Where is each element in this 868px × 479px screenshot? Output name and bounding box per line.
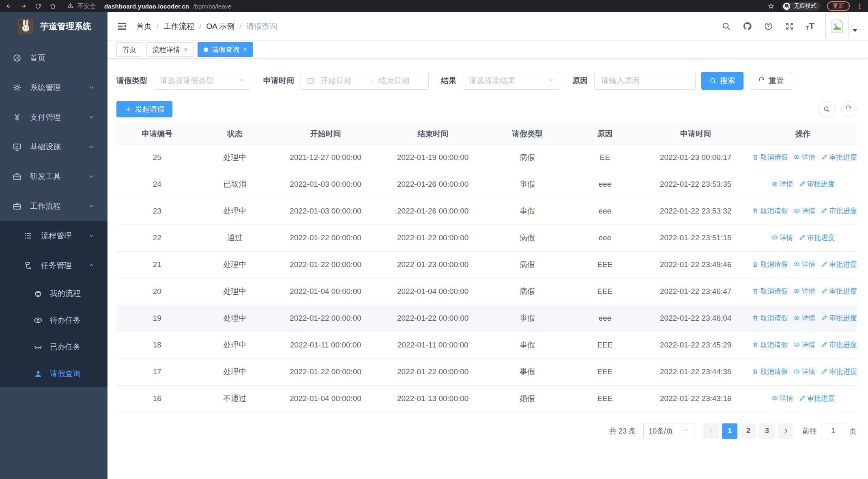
kebab-menu-icon[interactable]: ⋮ xyxy=(856,3,863,10)
apply-time-range-picker[interactable]: 开始日期 - 结束日期 xyxy=(301,72,429,90)
page-size-select[interactable]: 10条/页 xyxy=(643,423,694,439)
tab-home[interactable]: 首页 xyxy=(116,42,142,57)
sidebar-item-done-tasks[interactable]: 已办任务 xyxy=(0,334,107,360)
user-avatar[interactable] xyxy=(825,15,857,38)
action-progress-link[interactable]: 审批进度 xyxy=(821,367,857,376)
sidebar-item-todo-tasks[interactable]: 待办任务 xyxy=(0,307,107,334)
action-detail-link[interactable]: 详情 xyxy=(793,367,815,376)
pagination: 共 23 条 10条/页 123 前往 页 xyxy=(116,423,857,439)
trash-icon xyxy=(752,315,758,321)
back-icon[interactable] xyxy=(5,2,13,10)
actions-cell: 取消请假详情审批进度 xyxy=(749,305,857,332)
action-cancel-link-label: 取消请假 xyxy=(760,206,788,216)
help-icon[interactable] xyxy=(763,21,773,31)
pager: 123 xyxy=(703,423,793,439)
leave-type-cell: 病假 xyxy=(487,251,568,278)
tab-process-detail[interactable]: 流程详情× xyxy=(146,42,193,57)
browser-update-button[interactable]: 更新 xyxy=(827,1,850,11)
action-cancel-link[interactable]: 取消请假 xyxy=(752,206,788,216)
action-detail-link-label: 详情 xyxy=(801,340,815,350)
page-button-1[interactable]: 1 xyxy=(722,423,737,439)
reason-input[interactable] xyxy=(594,72,696,90)
action-detail-link[interactable]: 详情 xyxy=(771,394,793,403)
page-button-3[interactable]: 3 xyxy=(759,423,775,439)
action-progress-link[interactable]: 审批进度 xyxy=(821,340,857,350)
breadcrumb-item[interactable]: OA 示例 xyxy=(206,21,235,32)
github-icon[interactable] xyxy=(742,21,752,31)
search-button[interactable]: 搜索 xyxy=(701,72,743,90)
action-progress-link[interactable]: 审批进度 xyxy=(821,287,857,296)
sidebar-collapse-icon[interactable] xyxy=(116,21,127,32)
action-progress-link[interactable]: 审批进度 xyxy=(821,260,857,269)
action-cancel-link[interactable]: 取消请假 xyxy=(752,260,788,269)
action-detail-link[interactable]: 详情 xyxy=(793,287,815,296)
reset-button[interactable]: 重置 xyxy=(750,72,792,90)
start-time-cell: 2021-12-27 00:00:00 xyxy=(272,144,379,171)
sidebar-item-my-process[interactable]: 我的流程 xyxy=(0,280,107,307)
action-cancel-link[interactable]: 取消请假 xyxy=(752,287,788,296)
action-detail-link[interactable]: 详情 xyxy=(793,153,815,162)
action-cancel-link[interactable]: 取消请假 xyxy=(752,153,788,162)
breadcrumb-item[interactable]: 首页 xyxy=(136,21,152,32)
end-time-cell: 2022-01-22 00:00:00 xyxy=(379,305,487,332)
action-cancel-link[interactable]: 取消请假 xyxy=(752,340,788,350)
font-size-icon[interactable]: TT xyxy=(806,22,814,31)
sidebar-item-process-mgmt[interactable]: 流程管理 xyxy=(0,221,107,250)
action-detail-link[interactable]: 详情 xyxy=(793,260,815,269)
breadcrumb-item[interactable]: 工作流程 xyxy=(163,21,194,32)
action-detail-link[interactable]: 详情 xyxy=(793,313,815,323)
action-progress-link[interactable]: 审批进度 xyxy=(799,233,835,242)
next-page-button[interactable] xyxy=(778,423,793,439)
sidebar-item-task-mgmt[interactable]: 任务管理 xyxy=(0,250,107,280)
action-progress-link[interactable]: 审批进度 xyxy=(821,206,857,216)
app-logo[interactable]: 芋道管理系统 xyxy=(0,12,107,41)
sidebar-item-workflow[interactable]: 工作流程 xyxy=(0,191,107,221)
action-cancel-link[interactable]: 取消请假 xyxy=(752,367,788,376)
tab-leave-query[interactable]: 请假查询× xyxy=(198,42,253,57)
refresh-icon[interactable] xyxy=(840,101,857,117)
avatar-image-placeholder xyxy=(825,15,849,38)
search-icon[interactable] xyxy=(721,21,731,31)
sidebar-item-home[interactable]: 首页 xyxy=(0,43,107,73)
close-icon[interactable]: × xyxy=(243,46,247,53)
sidebar-item-infra[interactable]: 基础设施 xyxy=(0,132,107,162)
search-button-label: 搜索 xyxy=(720,76,735,86)
sidebar-item-label: 我的流程 xyxy=(50,288,107,299)
result-select[interactable]: 请选择流结果 xyxy=(463,72,560,90)
action-progress-link[interactable]: 审批进度 xyxy=(821,153,857,162)
sidebar-item-devtools[interactable]: 研发工具 xyxy=(0,162,107,191)
reload-icon[interactable] xyxy=(34,2,42,10)
sidebar-item-system[interactable]: 系统管理 xyxy=(0,73,107,102)
prev-page-button[interactable] xyxy=(703,423,719,439)
create-leave-button[interactable]: 发起请假 xyxy=(116,101,172,117)
goto-page-input[interactable] xyxy=(821,423,845,439)
hide-search-icon[interactable] xyxy=(819,101,835,117)
sidebar-item-leave-query[interactable]: 请假查询 xyxy=(0,360,107,387)
status-cell: 处理中 xyxy=(198,332,272,358)
action-cancel-link[interactable]: 取消请假 xyxy=(752,313,788,323)
fullscreen-icon[interactable] xyxy=(784,21,795,31)
leave-type-select[interactable]: 请选择请假类型 xyxy=(154,72,251,90)
action-detail-link[interactable]: 详情 xyxy=(793,340,815,350)
action-detail-link[interactable]: 详情 xyxy=(771,179,793,189)
status-cell: 处理中 xyxy=(198,305,272,332)
sidebar-item-label: 流程管理 xyxy=(41,231,87,241)
sidebar-item-payment[interactable]: 支付管理 xyxy=(0,102,107,132)
action-detail-link[interactable]: 详情 xyxy=(793,206,815,216)
action-progress-link[interactable]: 审批进度 xyxy=(799,179,835,189)
action-progress-link[interactable]: 审批进度 xyxy=(821,313,857,323)
forward-icon[interactable] xyxy=(19,2,28,10)
address-bar[interactable]: 不安全 dashboard.yudao.iocoder.cn /bpm/oa/l… xyxy=(67,2,761,10)
page-button-2[interactable]: 2 xyxy=(741,423,756,439)
pen-icon xyxy=(821,154,827,160)
pen-icon xyxy=(821,341,827,348)
col-status: 状态 xyxy=(198,124,272,144)
action-progress-link[interactable]: 审批进度 xyxy=(799,394,835,403)
table-row: 25处理中2021-12-27 00:00:002022-01-19 00:00… xyxy=(116,144,857,171)
apply-time-cell: 2022-01-22 23:49:46 xyxy=(642,251,750,278)
bookmark-star-icon[interactable] xyxy=(767,2,775,10)
action-detail-link-label: 详情 xyxy=(780,179,793,189)
home-icon[interactable] xyxy=(49,2,57,10)
close-icon[interactable]: × xyxy=(184,46,187,53)
action-detail-link[interactable]: 详情 xyxy=(771,233,793,242)
